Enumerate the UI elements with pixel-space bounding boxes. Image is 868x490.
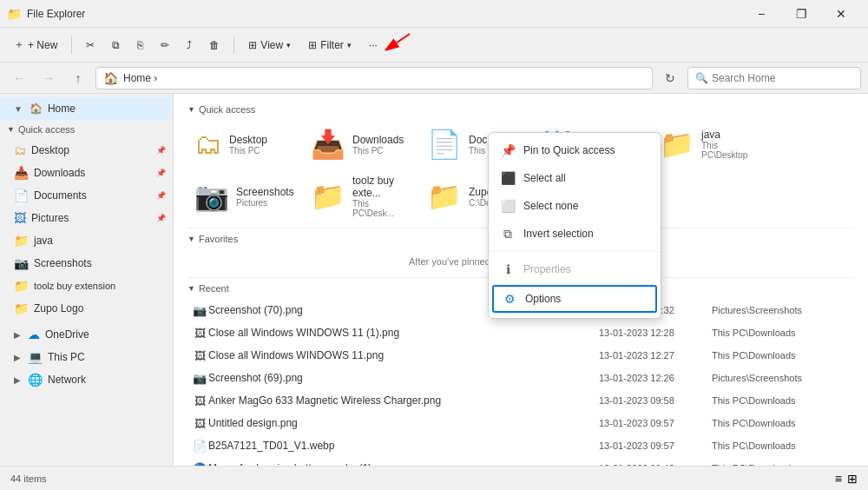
view-chevron: ▾ [286, 41, 291, 50]
sidebar-home-label: Home [48, 103, 76, 115]
home-icon: 🏠 [103, 71, 118, 85]
folder-icon: 📁 [14, 279, 29, 293]
sidebar-item-onedrive[interactable]: ▶ ☁ OneDrive [0, 323, 173, 346]
menu-item-pin[interactable]: 📌Pin to Quick access [489, 136, 661, 164]
file-icon: 📄 [191, 440, 208, 453]
menu-item-invert[interactable]: ⧉Invert selection [489, 220, 661, 248]
file-explorer-icon: 📁 [7, 7, 22, 21]
filter-icon: ⊞ [308, 39, 317, 51]
rename-button[interactable]: ✏ [154, 32, 176, 58]
sidebar-item-thispc[interactable]: ▶ 💻 This PC [0, 346, 173, 368]
refresh-button[interactable]: ↻ [658, 66, 682, 90]
menu-item-options[interactable]: ⚙Options [492, 285, 657, 313]
menu-icon: ⬜ [501, 199, 515, 213]
status-bar: 44 items ≡ ⊞ [0, 466, 868, 490]
file-icon: 🖼 [191, 327, 208, 340]
search-input[interactable] [712, 72, 853, 84]
search-icon: 🔍 [695, 72, 708, 84]
folder-icon: ☁ [28, 328, 40, 341]
list-item[interactable]: 🔵 Magsafe charging battery packs (1).png… [187, 457, 854, 466]
sidebar-item-toolz[interactable]: 📁 toolz buy extension [0, 275, 173, 297]
tile-toolz[interactable]: 📁 toolz buy exte... This PC\Desk... [304, 172, 417, 221]
view-grid-button[interactable]: ⊞ [847, 472, 858, 486]
file-date: 13-01-2023 12:28 [599, 328, 712, 338]
forward-button[interactable]: → [36, 66, 61, 90]
sidebar-item-network[interactable]: ▶ 🌐 Network [0, 368, 173, 391]
separator-2 [233, 36, 234, 54]
view-list-button[interactable]: ≡ [835, 472, 842, 486]
filter-button[interactable]: ⊞ Filter ▾ [301, 32, 358, 58]
paste-button[interactable]: ⎘ [130, 32, 150, 58]
item-label: Downloads [34, 167, 85, 179]
list-item[interactable]: 🖼 Close all Windows WINDOWS 11 (1).png 1… [187, 321, 854, 344]
tile-icon: 📁 [311, 180, 345, 213]
view-icon: ⊞ [248, 39, 257, 51]
tile-path: This PC [229, 146, 267, 156]
item-label: Screenshots [34, 257, 92, 269]
address-path[interactable]: 🏠 Home › [95, 67, 653, 89]
favorites-label: Favorites [199, 234, 238, 244]
close-button[interactable]: ✕ [821, 0, 861, 28]
maximize-button[interactable]: ❐ [781, 0, 821, 28]
menu-item-select_none[interactable]: ⬜Select none [489, 192, 661, 220]
folder-icon: 📄 [14, 189, 29, 202]
copy-button[interactable]: ⧉ [105, 32, 127, 58]
file-location: This PC\Downloads [712, 395, 851, 406]
window-controls: − ❐ ✕ [741, 0, 861, 28]
sidebar-item-home[interactable]: ▼ 🏠 Home [0, 97, 173, 120]
file-icon: 🖼 [191, 349, 208, 362]
sidebar-item-java[interactable]: 📁 java [0, 229, 173, 252]
file-icon: 🔵 [191, 462, 208, 467]
tile-downloads[interactable]: 📥 Downloads This PC [304, 120, 417, 169]
address-bar: ← → ↑ 🏠 Home › ↻ 🔍 [0, 63, 868, 94]
pin-icon: 📌 [156, 191, 166, 200]
file-date: 13-01-2023 09:57 [599, 418, 712, 428]
cut-button[interactable]: ✂ [79, 32, 102, 58]
sidebar: ▼ 🏠 Home ▼ Quick access 🗂 Desktop 📌 📥 Do… [0, 94, 174, 466]
tile-java[interactable]: 📁 java This PC\Desktop [653, 120, 766, 169]
sidebar-item-documents[interactable]: 📄 Documents 📌 [0, 184, 173, 207]
recent-list: 📷 Screenshot (70).png 13-01-2023 12:32 P… [187, 299, 854, 466]
delete-button[interactable]: 🗑 [202, 32, 227, 58]
tile-screenshots[interactable]: 📷 Screenshots Pictures [187, 172, 300, 221]
sidebar-item-screenshots[interactable]: 📷 Screenshots [0, 252, 173, 275]
tile-name: java [701, 129, 759, 141]
list-item[interactable]: 📄 B25A7121_TD01_V1.webp 13-01-2023 09:57… [187, 434, 854, 457]
quick-access-section-header: ▼ Quick access [187, 104, 854, 115]
recent-expand: ▼ [187, 284, 195, 293]
list-item[interactable]: 📷 Screenshot (69).png 13-01-2023 12:26 P… [187, 367, 854, 389]
share-button[interactable]: ⤴ [180, 32, 199, 58]
new-button[interactable]: ＋ + New [7, 32, 64, 58]
title-bar-title: File Explorer [27, 8, 85, 20]
item-label: java [34, 235, 53, 247]
list-item[interactable]: 🖼 Close all Windows WINDOWS 11.png 13-01… [187, 344, 854, 367]
sidebar-item-pictures[interactable]: 🖼 Pictures 📌 [0, 207, 173, 229]
main-layout: ▼ 🏠 Home ▼ Quick access 🗂 Desktop 📌 📥 Do… [0, 94, 868, 466]
status-bar-right: ≡ ⊞ [835, 472, 858, 486]
list-item[interactable]: 🖼 Untitled design.png 13-01-2023 09:57 T… [187, 412, 854, 434]
list-item[interactable]: 🖼 Anker MagGo 633 Magnetic Wireless Char… [187, 389, 854, 412]
tile-desktop[interactable]: 🗂 Desktop This PC [187, 120, 300, 169]
section-expand: ▼ [187, 105, 195, 114]
new-icon: ＋ [14, 37, 24, 52]
menu-label: Invert selection [523, 228, 594, 240]
menu-item-select_all[interactable]: ⬛Select all [489, 164, 661, 192]
file-icon: 🖼 [191, 394, 208, 407]
sidebar-item-zupo[interactable]: 📁 Zupo Logo [0, 297, 173, 320]
view-button[interactable]: ⊞ View ▾ [241, 32, 298, 58]
sidebar-item-downloads[interactable]: 📥 Downloads 📌 [0, 162, 173, 184]
minimize-button[interactable]: − [741, 0, 781, 28]
tile-path: Pictures [236, 198, 294, 208]
file-date: 13-01-2023 09:57 [599, 440, 712, 451]
back-button[interactable]: ← [7, 66, 31, 90]
item-label: This PC [48, 351, 85, 363]
sidebar-item-desktop[interactable]: 🗂 Desktop 📌 [0, 139, 173, 162]
menu-divider [489, 251, 661, 252]
tile-name: Downloads [352, 134, 404, 146]
expand-icon: ▼ [14, 104, 23, 114]
up-button[interactable]: ↑ [66, 66, 90, 90]
file-location: This PC\Downloads [712, 440, 851, 451]
search-box[interactable]: 🔍 [687, 67, 861, 89]
folder-icon: 📥 [14, 166, 29, 180]
file-name: Magsafe charging battery packs (1).png [208, 462, 599, 466]
